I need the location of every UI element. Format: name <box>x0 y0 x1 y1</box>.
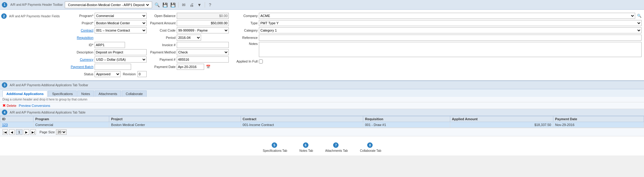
delete-button[interactable]: ✖ Delete <box>2 103 16 108</box>
invoice-label: Invoice # <box>150 43 176 47</box>
next-page-btn[interactable]: ▶ <box>24 129 29 135</box>
contract-select[interactable]: 001 – Income Contract <box>95 27 147 33</box>
program-label: Program* <box>68 14 93 18</box>
company-search-icon[interactable]: 🔍 <box>637 14 642 18</box>
col-requisition[interactable]: Requisition <box>363 116 450 122</box>
drag-hint: Drag a column header and drop it here to… <box>0 97 644 102</box>
payment-date-input[interactable]: Apr-20-2016 <box>177 64 204 70</box>
toolbar-label: A/R and A/P Payments Header Toolbar <box>10 3 63 6</box>
tab-specifications[interactable]: Specifications <box>48 90 77 97</box>
annotation-label-8: Collaborate Tab <box>360 149 381 152</box>
project-select[interactable]: Boston Medical Center <box>95 20 147 26</box>
cost-code-select[interactable]: 99-999999 - Payme <box>177 27 229 33</box>
toolbar-icons: 🔍 💾 💾 ✉ 🖨 ▼ ? <box>154 2 214 8</box>
payment-amount-label: Payment Amount <box>150 21 176 25</box>
save2-icon[interactable]: 💾 <box>170 2 176 8</box>
calendar-icon[interactable]: 📅 <box>206 65 211 69</box>
category-select[interactable]: Category 1 <box>259 27 642 33</box>
invoice-input[interactable] <box>177 42 229 48</box>
cell-requisition: 001 - Draw #1 <box>363 122 450 128</box>
company-select[interactable]: ACME <box>259 13 635 19</box>
cell-payment-date: Nov-29-2016 <box>553 122 644 128</box>
open-balance-input: $0.00 <box>177 13 229 19</box>
badge-8: 8 <box>367 142 373 148</box>
col-payment-date[interactable]: Payment Date <box>553 116 644 122</box>
payment-date-label: Payment Date <box>150 65 176 69</box>
header-toolbar[interactable]: 1 A/R and A/P Payments Header Toolbar Co… <box>0 0 644 10</box>
open-balance-label: Open Balance <box>150 14 176 18</box>
col-project[interactable]: Project <box>109 116 241 122</box>
tab-additional-applications[interactable]: Additional Applications <box>2 90 47 97</box>
type-label: Type <box>232 21 258 25</box>
company-label: Company <box>232 14 258 18</box>
cell-program: Commercial <box>33 122 109 128</box>
separator <box>178 2 179 8</box>
annotations: 5 Specifications Tab 6 Notes Tab 7 Attac… <box>0 136 644 155</box>
preview-conversions-button[interactable]: Preview Conversions <box>19 104 50 107</box>
current-page: 1 <box>16 129 23 135</box>
tab-attachments[interactable]: Attachments <box>95 90 121 97</box>
field-col-3: Company ACME 🔍 Type PMT Type Y Category … <box>232 13 642 77</box>
type-select[interactable]: PMT Type Y <box>259 20 642 26</box>
payment-amount-input[interactable]: $50,000.00 <box>177 20 229 26</box>
payment-num-input[interactable]: 485516 <box>177 56 229 63</box>
col-applied-amount[interactable]: Applied Amount <box>450 116 553 122</box>
badge-3: 3 <box>2 82 7 88</box>
currency-select[interactable]: USD – Dollar (USA) <box>95 56 147 63</box>
program-select[interactable]: Commercial <box>95 13 147 19</box>
badge-5: 5 <box>272 142 277 148</box>
tab-notes[interactable]: Notes <box>77 90 94 97</box>
pagination: |◀ ◀ 1 ▶ ▶| Page Size 20 <box>0 128 644 136</box>
help-icon[interactable]: ? <box>207 2 214 8</box>
status-select[interactable]: Approved <box>95 71 120 77</box>
first-page-btn[interactable]: |◀ <box>2 129 8 135</box>
period-select[interactable]: 2016-04 <box>177 35 201 41</box>
annotation-label-6: Notes Tab <box>299 149 313 152</box>
toolbar-dropdown[interactable]: Commercial-Boston Medical Center - ARP1 … <box>65 2 152 8</box>
tabs-bar: Additional Applications Specifications N… <box>0 89 644 97</box>
prev-page-btn[interactable]: ◀ <box>9 129 15 135</box>
print-icon[interactable]: 🖨 <box>188 2 195 8</box>
annotation-7: 7 Attachments Tab <box>325 142 348 152</box>
delete-icon: ✖ <box>2 103 6 108</box>
table-row[interactable]: 123 Commercial Boston Medical Center 001… <box>0 122 644 128</box>
currency-link[interactable]: Currency <box>68 58 93 61</box>
col-program[interactable]: Program <box>33 116 109 122</box>
payment-batch-input[interactable] <box>95 64 131 70</box>
email-icon[interactable]: ✉ <box>180 2 187 8</box>
page-size-label: Page Size <box>40 130 55 134</box>
tab-collaborate[interactable]: Collaborate <box>122 90 147 97</box>
notes-textarea[interactable] <box>259 42 642 57</box>
id-input[interactable]: ARP1 <box>95 42 125 48</box>
cell-contract: 001-Income Contract <box>241 122 363 128</box>
notes-label: Notes <box>232 42 258 46</box>
requisition-link[interactable]: Requisition <box>68 36 93 39</box>
reference-input[interactable] <box>259 35 642 41</box>
last-page-btn[interactable]: ▶| <box>30 129 36 135</box>
contract-link[interactable]: Contract <box>68 29 93 32</box>
dropdown-icon[interactable]: ▼ <box>196 2 203 8</box>
col-contract[interactable]: Contract <box>241 116 363 122</box>
field-col-2: Open Balance $0.00 Payment Amount $50,00… <box>150 13 229 77</box>
badge-2: 2 <box>1 13 7 19</box>
payment-batch-link[interactable]: Payment Batch <box>68 65 93 69</box>
annotation-label-5: Specifications Tab <box>263 149 287 152</box>
field-col-1: Program* Commercial Project* Boston Medi… <box>68 13 147 77</box>
description-input[interactable]: Deposit on Project <box>95 49 147 55</box>
toolbar-select[interactable]: Commercial-Boston Medical Center - ARP1 … <box>67 3 150 7</box>
annotation-5: 5 Specifications Tab <box>263 142 287 152</box>
search-icon[interactable]: 🔍 <box>154 2 161 8</box>
payment-num-label: Payment # <box>150 58 176 61</box>
table-label: A/R and A/P Payments Additional Applicat… <box>10 111 85 114</box>
tab-toolbar-label: A/R and A/P Payments Additional Applicat… <box>10 83 88 87</box>
description-label: Description <box>68 50 93 54</box>
payment-method-select[interactable]: Check <box>177 49 229 55</box>
separator2 <box>205 2 205 8</box>
id-link[interactable]: 123 <box>2 123 8 127</box>
annotation-8: 8 Collaborate Tab <box>360 142 381 152</box>
applied-full-checkbox[interactable] <box>259 60 263 63</box>
save-icon[interactable]: 💾 <box>162 2 169 8</box>
page-size-select[interactable]: 20 <box>56 129 67 135</box>
col-id[interactable]: ID <box>0 116 33 122</box>
revision-input[interactable] <box>138 71 147 77</box>
